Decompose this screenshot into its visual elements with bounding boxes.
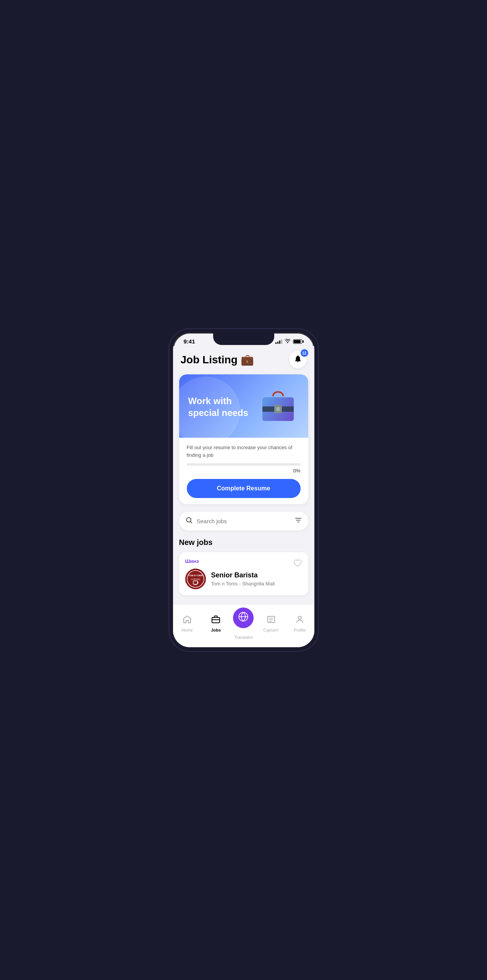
signal-bars-icon xyxy=(275,339,282,344)
new-jobs-section: New jobs Шинэ TOM N TOMS COFFEE xyxy=(173,530,314,595)
bell-icon xyxy=(294,355,302,365)
svg-text:COFFEE: COFFEE xyxy=(191,578,200,580)
page-title: Job Listing 💼 xyxy=(181,353,254,366)
filter-icon[interactable] xyxy=(294,516,302,526)
search-input[interactable] xyxy=(197,518,291,524)
notification-badge: 12 xyxy=(301,349,308,357)
nav-jobs[interactable]: Jobs xyxy=(204,615,227,632)
nav-profile-label: Profile xyxy=(294,628,306,632)
job-title: Senior Barista xyxy=(211,571,302,579)
bottom-navigation: Home Jobs xyxy=(173,604,314,647)
notification-button[interactable]: 12 xyxy=(289,351,307,368)
notch xyxy=(213,333,274,345)
nav-surgalt-label: Сургалт xyxy=(263,628,279,632)
briefcase-illustration xyxy=(257,385,299,429)
promo-banner: Work with special needs xyxy=(179,374,308,438)
status-time: 9:41 xyxy=(184,338,195,345)
battery-icon xyxy=(293,339,304,344)
page-header: Job Listing 💼 12 xyxy=(173,346,314,374)
nav-translator-label: Translator xyxy=(234,635,253,640)
company-logo: TOM N TOMS COFFEE xyxy=(185,569,206,589)
job-company: Tom n Toms - Shangrilla Mall xyxy=(211,581,302,587)
wifi-icon xyxy=(285,338,291,344)
search-bar[interactable] xyxy=(179,512,308,530)
search-icon xyxy=(185,516,193,526)
nav-home-label: Home xyxy=(181,628,193,632)
education-icon xyxy=(267,615,276,626)
nav-home[interactable]: Home xyxy=(176,615,199,632)
nav-translator[interactable]: Translator xyxy=(233,608,254,640)
job-header: TOM N TOMS COFFEE Senior Barista xyxy=(185,569,302,589)
complete-resume-button[interactable]: Complete Resume xyxy=(187,479,301,498)
search-section xyxy=(179,512,308,530)
promo-banner-text: Work with special needs xyxy=(188,395,257,419)
translator-button[interactable] xyxy=(233,608,254,628)
progress-bar xyxy=(187,463,301,466)
translator-icon xyxy=(238,611,249,624)
job-info: Senior Barista Tom n Toms - Shangrilla M… xyxy=(211,571,302,587)
promo-card-body: Fill out your resume to increase your ch… xyxy=(179,438,308,504)
svg-rect-12 xyxy=(194,584,197,585)
new-jobs-title: New jobs xyxy=(179,538,308,547)
favorite-button[interactable] xyxy=(293,558,302,570)
jobs-icon xyxy=(211,615,220,626)
progress-text: 0% xyxy=(187,468,301,474)
home-icon xyxy=(183,615,192,626)
profile-icon xyxy=(295,615,304,626)
status-icons xyxy=(275,338,304,344)
promo-description: Fill out your resume to increase your ch… xyxy=(187,444,301,459)
promo-card: Work with special needs xyxy=(179,374,308,504)
app-content: Job Listing 💼 12 Work with special needs xyxy=(173,346,314,648)
job-card[interactable]: Шинэ TOM N TOMS COFFEE xyxy=(179,552,308,595)
nav-profile[interactable]: Profile xyxy=(288,615,311,632)
svg-point-20 xyxy=(298,616,301,619)
phone-frame: 9:41 Job Lis xyxy=(169,329,318,651)
svg-text:TOM N TOMS: TOM N TOMS xyxy=(188,574,202,577)
nav-surgalt[interactable]: Сургалт xyxy=(260,615,283,632)
job-new-label: Шинэ xyxy=(185,558,302,564)
nav-jobs-label: Jobs xyxy=(211,628,221,632)
